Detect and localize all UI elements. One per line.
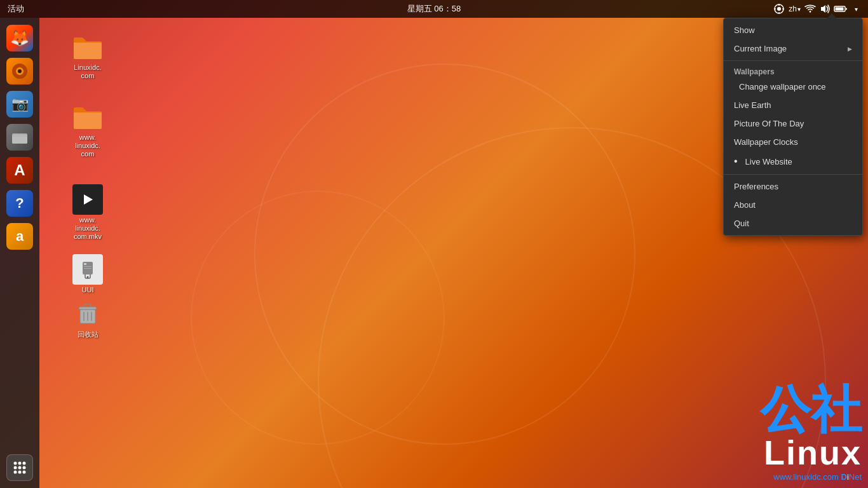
menu-wallpaper-clocks[interactable]: Wallpaper Clocks xyxy=(724,133,862,151)
sidebar-item-shotwell[interactable]: 📷 xyxy=(4,89,35,119)
clock-display: 星期五 06：58 xyxy=(407,3,461,15)
show-apps-icon xyxy=(6,454,33,481)
context-menu: Show Current Image Wallpapers Change wal… xyxy=(723,18,863,236)
shotwell-icon: 📷 xyxy=(6,91,33,118)
svg-point-21 xyxy=(23,466,26,470)
top-panel: 活动 星期五 06：58 zh ▾ xyxy=(0,0,868,18)
firefox-icon: 🦊 xyxy=(6,25,33,51)
watermark-cn: 公社 xyxy=(760,384,862,435)
wifi-icon[interactable] xyxy=(803,2,817,16)
sidebar-item-show-apps[interactable] xyxy=(4,452,35,483)
svg-point-20 xyxy=(18,466,22,470)
svg-rect-10 xyxy=(836,8,844,11)
help-icon: ? xyxy=(6,190,33,217)
svg-point-24 xyxy=(23,471,26,474)
folder-icon-2 xyxy=(72,102,103,132)
desktop-icon-linuxidc2[interactable]: www.linuxidc.com xyxy=(62,102,113,159)
desktop-icon-label-mkv: www.linuxidc.com.mkv xyxy=(74,216,102,241)
svg-rect-28 xyxy=(84,266,92,267)
sidebar-item-firefox[interactable]: 🦊 xyxy=(4,23,35,53)
wallpaper-tray-icon[interactable] xyxy=(772,2,786,16)
menu-change-wallpaper-once[interactable]: Change wallpaper once xyxy=(724,78,862,96)
sidebar-item-appcenter[interactable]: A xyxy=(4,155,35,186)
menu-live-website[interactable]: Live Website xyxy=(724,151,862,172)
folder-icon xyxy=(72,32,103,62)
svg-point-30 xyxy=(87,276,89,278)
svg-point-16 xyxy=(14,462,17,465)
menu-preferences[interactable]: Preferences xyxy=(724,177,862,196)
watermark-url: www.linuxidc.com DiNet xyxy=(773,472,862,482)
desktop-icon-trash[interactable]: 回收站 xyxy=(62,299,113,339)
sidebar-dock: 🦊 📷 xyxy=(0,18,39,488)
desktop: 活动 星期五 06：58 zh ▾ xyxy=(0,0,868,488)
menu-current-image[interactable]: Current Image xyxy=(724,39,862,58)
dropdown-arrow: ▾ xyxy=(797,6,801,13)
svg-point-17 xyxy=(18,462,22,465)
menu-about[interactable]: About xyxy=(724,196,862,214)
svg-marker-25 xyxy=(84,194,93,205)
watermark: 公社 Linux www.linuxidc.com DiNet xyxy=(760,384,862,482)
menu-show[interactable]: Show xyxy=(724,21,862,39)
svg-point-18 xyxy=(23,462,26,465)
svg-point-23 xyxy=(18,471,22,474)
svg-rect-9 xyxy=(846,8,847,10)
desktop-icon-label-uui: UUI xyxy=(82,286,94,294)
files-icon xyxy=(6,124,33,151)
appcenter-icon: A xyxy=(6,157,33,184)
desktop-icon-uui[interactable]: UUI xyxy=(62,254,113,294)
svg-rect-27 xyxy=(84,263,86,265)
trash-icon xyxy=(72,299,103,329)
desktop-icon-label: Linuxidc.com xyxy=(74,64,101,80)
amazon-icon: a xyxy=(6,223,33,250)
menu-separator-2 xyxy=(724,174,862,175)
menu-separator-1 xyxy=(724,60,862,61)
menu-quit[interactable]: Quit xyxy=(724,214,862,233)
watermark-linux: Linux xyxy=(764,435,862,470)
menu-live-earth[interactable]: Live Earth xyxy=(724,96,862,114)
system-dropdown-icon[interactable]: ▾ xyxy=(849,2,863,16)
sidebar-item-amazon[interactable]: a xyxy=(4,221,35,252)
svg-point-22 xyxy=(14,471,17,474)
sidebar-item-files[interactable] xyxy=(4,122,35,152)
sidebar-item-rhythmbox[interactable] xyxy=(4,56,35,86)
sidebar-item-help[interactable]: ? xyxy=(4,188,35,219)
desktop-icon-label-2: www.linuxidc.com xyxy=(75,133,100,159)
menu-picture-of-the-day[interactable]: Picture Of The Day xyxy=(724,114,862,133)
usb-icon xyxy=(72,254,103,285)
panel-right: zh ▾ xyxy=(772,0,868,18)
language-indicator[interactable]: zh ▾ xyxy=(787,4,802,13)
svg-point-19 xyxy=(14,466,17,470)
svg-point-13 xyxy=(18,69,22,73)
desktop-icon-label-trash: 回收站 xyxy=(78,330,98,339)
rhythmbox-icon xyxy=(6,58,33,85)
activities-button[interactable]: 活动 xyxy=(0,0,32,18)
svg-rect-35 xyxy=(79,307,97,309)
svg-point-1 xyxy=(777,7,781,11)
desktop-icon-linuxidc1[interactable]: Linuxidc.com xyxy=(62,32,113,80)
svg-marker-7 xyxy=(821,5,825,13)
video-icon xyxy=(72,184,103,215)
menu-wallpapers-header: Wallpapers xyxy=(724,64,862,78)
svg-point-6 xyxy=(810,11,811,12)
desktop-icon-mkv[interactable]: www.linuxidc.com.mkv xyxy=(62,184,113,241)
svg-rect-29 xyxy=(84,268,92,269)
